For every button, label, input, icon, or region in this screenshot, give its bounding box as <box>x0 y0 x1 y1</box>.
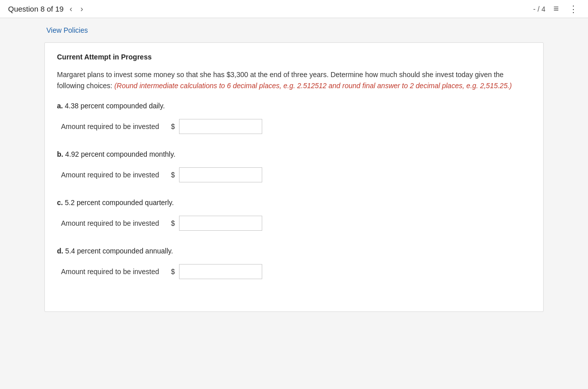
part-a-letter: a. <box>57 102 63 110</box>
part-d-description: 5.4 percent compounded annually. <box>65 247 173 255</box>
part-d-amount-input[interactable] <box>179 264 262 279</box>
list-icon-button[interactable]: ≡ <box>551 3 561 15</box>
top-bar: Question 8 of 19 ‹ › - / 4 ≡ ⋮ <box>0 0 588 18</box>
page-count: - / 4 <box>533 5 545 13</box>
more-options-button[interactable]: ⋮ <box>567 3 580 16</box>
part-c-label: c. 5.2 percent compounded quarterly. <box>57 199 531 207</box>
next-question-button[interactable]: › <box>78 4 85 14</box>
top-bar-right: - / 4 ≡ ⋮ <box>533 3 580 16</box>
part-b-label: b. 4.92 percent compounded monthly. <box>57 150 531 158</box>
part-a-dollar: $ <box>171 122 175 131</box>
part-b-amount-input[interactable] <box>179 167 262 182</box>
part-b-input-label: Amount required to be invested <box>61 171 167 179</box>
part-c-dollar: $ <box>171 219 175 227</box>
part-a-amount-input[interactable] <box>179 119 262 134</box>
part-d-letter: d. <box>57 247 63 255</box>
part-d-dollar: $ <box>171 268 175 276</box>
attempt-card: Current Attempt in Progress Margaret pla… <box>44 42 544 312</box>
part-d-input-row: Amount required to be invested $ <box>61 264 531 279</box>
part-a-input-label: Amount required to be invested <box>61 122 167 131</box>
part-c-letter: c. <box>57 199 63 207</box>
part-c-input-row: Amount required to be invested $ <box>61 216 531 231</box>
part-d-input-label: Amount required to be invested <box>61 268 167 276</box>
main-content: View Policies Current Attempt in Progres… <box>44 18 544 320</box>
part-a: a. 4.38 percent compounded daily. Amount… <box>57 102 531 134</box>
part-b: b. 4.92 percent compounded monthly. Amou… <box>57 150 531 182</box>
part-b-letter: b. <box>57 150 63 158</box>
question-label: Question 8 of 19 <box>8 5 64 13</box>
prev-question-button[interactable]: ‹ <box>68 4 74 14</box>
question-text: Margaret plans to invest some money so t… <box>57 69 531 92</box>
top-bar-left: Question 8 of 19 ‹ › <box>8 4 85 14</box>
part-c: c. 5.2 percent compounded quarterly. Amo… <box>57 199 531 231</box>
part-a-label: a. 4.38 percent compounded daily. <box>57 102 531 110</box>
part-b-dollar: $ <box>171 171 175 179</box>
view-policies-link[interactable]: View Policies <box>44 26 544 34</box>
part-a-input-row: Amount required to be invested $ <box>61 119 531 134</box>
question-text-highlight: (Round intermediate calculations to 6 de… <box>114 82 512 90</box>
part-c-input-label: Amount required to be invested <box>61 219 167 227</box>
part-d: d. 5.4 percent compounded annually. Amou… <box>57 247 531 279</box>
part-b-input-row: Amount required to be invested $ <box>61 167 531 182</box>
part-c-amount-input[interactable] <box>179 216 262 231</box>
attempt-title: Current Attempt in Progress <box>57 53 531 61</box>
part-d-label: d. 5.4 percent compounded annually. <box>57 247 531 255</box>
part-c-description: 5.2 percent compounded quarterly. <box>65 199 174 207</box>
part-a-description: 4.38 percent compounded daily. <box>65 102 165 110</box>
part-b-description: 4.92 percent compounded monthly. <box>65 150 175 158</box>
